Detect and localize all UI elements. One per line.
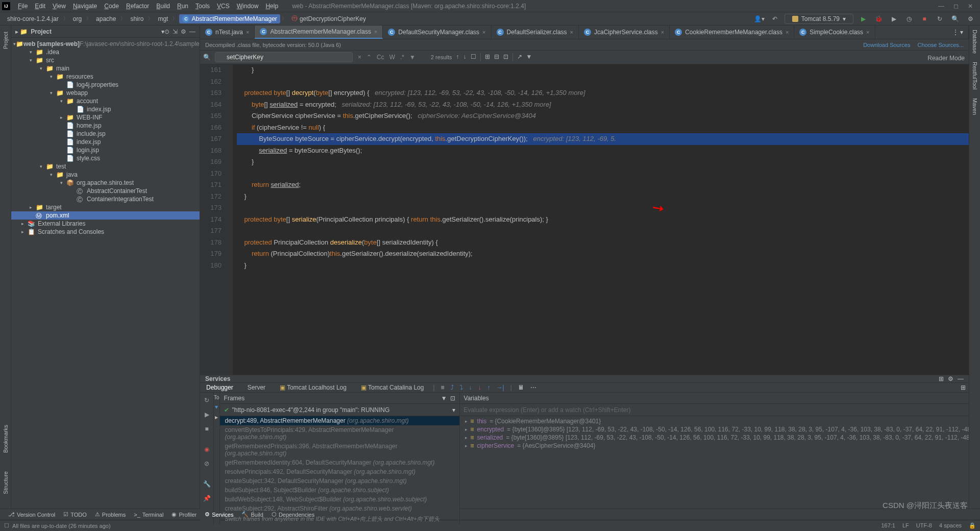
settings-icon[interactable]: ⚙	[181, 28, 186, 35]
database-tool-tab[interactable]: Database	[971, 26, 979, 58]
breadcrumb-1[interactable]: org	[70, 14, 85, 23]
maven-tool-tab[interactable]: Maven	[971, 94, 979, 119]
prev-icon[interactable]: ↑	[456, 53, 459, 61]
code-line-180[interactable]: }	[237, 260, 969, 272]
code-line-177[interactable]	[237, 225, 969, 237]
rerun-button[interactable]: ↻	[200, 395, 213, 406]
editor-tab[interactable]: CCookieRememberMeManager.class×	[670, 26, 794, 39]
code-line-171[interactable]: return serialized;	[237, 179, 969, 191]
variables-list[interactable]: ▸ ≡ this = {CookieRememberMeManager@3401…	[460, 416, 980, 525]
bottom-tab-version-control[interactable]: ⎇Version Control	[4, 511, 59, 518]
code-line-164[interactable]: byte[] serialized = encrypted; serialize…	[237, 99, 969, 111]
project-tree[interactable]: ▾📁 web [samples-web] F:\javasec-env\shir…	[11, 38, 200, 509]
words-icon[interactable]: W	[388, 54, 396, 61]
debug-tab-tomcat-catalina-log[interactable]: ▣ Tomcat Catalina Log	[358, 383, 427, 392]
debug-tab-tomcat-localhost-log[interactable]: ▣ Tomcat Localhost Log	[277, 383, 350, 392]
profile-button[interactable]: ◷	[903, 13, 915, 25]
minimize-icon[interactable]: —	[938, 3, 944, 10]
menu-tools[interactable]: Tools	[192, 3, 213, 10]
evaluate-bar[interactable]: Evaluate expression (Enter) or add a wat…	[460, 404, 980, 416]
breadcrumb-6[interactable]: ⓜ getDecryptionCipherKey	[288, 13, 369, 24]
resume-button[interactable]: ▶	[200, 409, 213, 420]
hide-icon[interactable]: —	[958, 375, 964, 382]
step-over-icon[interactable]: ⤵	[460, 384, 463, 391]
close-search-icon[interactable]: ×	[357, 54, 362, 61]
expand-all-icon[interactable]: ⇲	[173, 28, 178, 35]
tree-item[interactable]: 📄home.jsp	[11, 122, 200, 130]
hide-frames-icon[interactable]: ⊡	[450, 395, 455, 402]
view-breakpoints-button[interactable]: ◉	[200, 444, 213, 455]
code-line-161[interactable]: }	[237, 64, 969, 76]
code-line-166[interactable]: if (cipherService != null) {	[237, 122, 969, 134]
coverage-button[interactable]: ▶	[888, 13, 899, 25]
select-opened-icon[interactable]: ⊙	[164, 28, 169, 35]
tabs-dropdown[interactable]: ⋮ ▾	[947, 26, 969, 39]
debug-tab-debugger[interactable]: Debugger	[203, 383, 236, 392]
code-line-167[interactable]: ByteSource byteSource = cipherService.de…	[237, 133, 969, 145]
breadcrumb-4[interactable]: mgt	[155, 14, 171, 23]
code-line-173[interactable]	[237, 202, 969, 214]
filter-icon[interactable]: ▼	[441, 395, 447, 402]
code-line-163[interactable]: protected byte[] decrypt(byte[] encrypte…	[237, 87, 969, 99]
close-tab-icon[interactable]: ×	[482, 29, 485, 35]
hide-icon[interactable]: —	[189, 28, 195, 35]
search-input[interactable]	[215, 52, 353, 62]
status-item[interactable]: LF	[902, 522, 909, 529]
stack-frame[interactable]: resolvePrincipals:492, DefaultSecurityMa…	[220, 467, 459, 476]
menu-help[interactable]: Help	[262, 3, 282, 10]
tree-item[interactable]: 📄index.jsp	[11, 105, 200, 113]
stack-frame[interactable]: convertBytesToPrincipals:429, AbstractRe…	[220, 425, 459, 442]
bottom-tab-terminal[interactable]: >_Terminal	[130, 511, 167, 518]
code-line-172[interactable]: }	[237, 191, 969, 203]
restore-layout-icon[interactable]: ⤴	[451, 384, 454, 391]
tree-item[interactable]: ▸📁target	[11, 203, 200, 211]
tree-item[interactable]: ▾📁resources	[11, 73, 200, 81]
stack-frame[interactable]: getRememberedPrincipals:396, AbstractRem…	[220, 442, 459, 458]
variable-item[interactable]: ▸ ≡ cipherService = {AesCipherService@34…	[460, 442, 980, 450]
export-icon[interactable]: ↗	[517, 53, 522, 61]
tree-item[interactable]: ▾📁test	[11, 162, 200, 171]
back-icon[interactable]: ↶	[769, 13, 780, 25]
menu-vcs[interactable]: VCS	[213, 3, 233, 10]
menu-build[interactable]: Build	[153, 3, 174, 10]
tree-item[interactable]: ⒸContainerIntegrationTest	[11, 195, 200, 203]
code-line-174[interactable]: protected byte[] serialize(PrincipalColl…	[237, 214, 969, 226]
close-tab-icon[interactable]: ×	[661, 29, 664, 35]
search-everywhere-icon[interactable]: 🔍	[949, 13, 961, 25]
debug-button[interactable]: 🐞	[873, 13, 884, 25]
editor-tab[interactable]: CAbstractRememberMeManager.class×	[255, 26, 383, 39]
run-to-cursor-icon[interactable]: →|	[497, 384, 504, 391]
mute-breakpoints-button[interactable]: ⊘	[200, 458, 213, 469]
tree-item[interactable]: 📄log4j.properties	[11, 81, 200, 89]
breadcrumb-2[interactable]: apache	[93, 14, 119, 23]
add-selection-icon[interactable]: ⊞	[485, 53, 490, 61]
close-tab-icon[interactable]: ×	[246, 29, 249, 35]
variable-item[interactable]: ▸ ≡ serialized = {byte[1360]@3895} [123,…	[460, 433, 980, 442]
filter-icon[interactable]: ▼	[408, 54, 416, 61]
code-editor[interactable]: 1611621631641651661671681691701711721731…	[200, 64, 969, 375]
lock-icon[interactable]: 🔒	[969, 522, 976, 529]
stop-debug-button[interactable]: ■	[200, 423, 213, 435]
running-icon[interactable]: ▸	[215, 414, 218, 421]
settings-button[interactable]: 🔧	[200, 478, 213, 490]
project-tool-tab[interactable]: Project	[2, 28, 10, 53]
tree-item[interactable]: ⒸAbstractContainerTest	[11, 187, 200, 195]
tree-item[interactable]: ▾📁webapp	[11, 89, 200, 97]
sync-icon[interactable]: ☐	[4, 522, 9, 529]
more-icon[interactable]: ⋯	[530, 384, 536, 391]
maximize-icon[interactable]: ◻	[953, 3, 959, 10]
tree-item[interactable]: ▸📋Scratches and Consoles	[11, 228, 200, 236]
tree-item[interactable]: ▾📁src	[11, 56, 200, 64]
menu-view[interactable]: View	[49, 3, 69, 10]
close-icon[interactable]: ✕	[968, 3, 973, 10]
close-tab-icon[interactable]: ×	[866, 29, 869, 35]
restful-tool-tab[interactable]: RestfulTool	[971, 58, 979, 93]
tree-item[interactable]: ▾📁.idea	[11, 48, 200, 56]
thread-selector[interactable]: ✔ "http-nio-8081-exec-4"@2,244 in group …	[220, 404, 459, 416]
evaluate-icon[interactable]: 🖩	[518, 384, 524, 391]
code-line-179[interactable]: return (PrincipalCollection)this.getSeri…	[237, 248, 969, 260]
bottom-tab-services[interactable]: ⚙Services	[201, 511, 237, 518]
tree-root[interactable]: ▾📁 web [samples-web] F:\javasec-env\shir…	[11, 40, 200, 48]
match-case-icon[interactable]: Cc	[376, 54, 385, 61]
stack-frame[interactable]: buildWebSubject:148, WebSubject$Builder …	[220, 495, 459, 504]
